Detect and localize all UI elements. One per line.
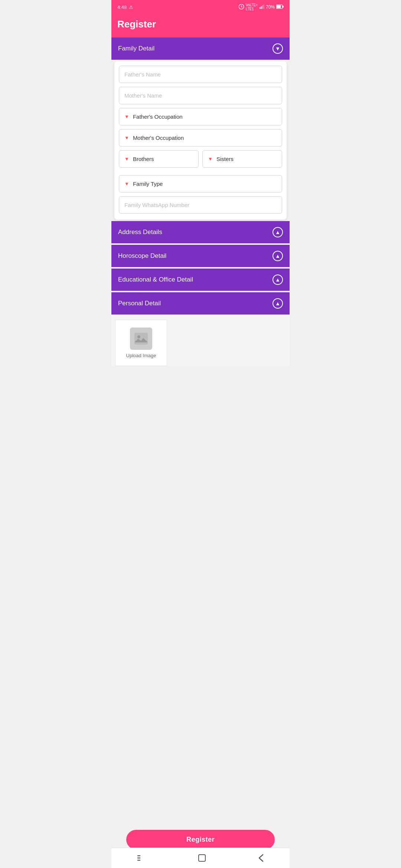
nav-back-button[interactable] bbox=[251, 852, 271, 864]
status-right: VoLTE+LTE1 70% bbox=[238, 3, 284, 11]
personal-detail-section-header[interactable]: Personal Detail ▲ bbox=[111, 292, 290, 315]
sisters-arrow-icon: ▼ bbox=[208, 156, 213, 162]
bottom-navigation bbox=[111, 848, 290, 868]
register-button-container: Register bbox=[111, 830, 290, 849]
address-details-toggle-icon[interactable]: ▲ bbox=[273, 227, 283, 237]
image-placeholder-icon bbox=[130, 328, 152, 350]
signal-icon bbox=[259, 4, 264, 10]
family-detail-section-header[interactable]: Family Detail ▼ bbox=[111, 37, 290, 60]
wifi-icon bbox=[238, 4, 244, 11]
fathers-occupation-dropdown[interactable]: ▼ Father's Occupation bbox=[119, 108, 282, 125]
family-detail-label: Family Detail bbox=[118, 45, 154, 52]
mothers-name-input[interactable] bbox=[119, 87, 282, 104]
svg-point-9 bbox=[137, 335, 140, 338]
upload-image-section: Upload Image bbox=[111, 315, 290, 366]
sisters-dropdown[interactable]: ▼ Sisters bbox=[202, 150, 282, 168]
status-bar: 4:48 ⚠ VoLTE+LTE1 70% bbox=[111, 0, 290, 14]
mothers-occupation-dropdown[interactable]: ▼ Mother's Occupation bbox=[119, 129, 282, 147]
family-type-dropdown[interactable]: ▼ Family Type bbox=[119, 175, 282, 193]
sections-list: Address Details ▲ Horoscope Detail ▲ Edu… bbox=[111, 221, 290, 315]
svg-rect-13 bbox=[199, 855, 205, 861]
brothers-label: Brothers bbox=[133, 156, 154, 162]
battery-icon bbox=[276, 4, 284, 10]
educational-office-section-header[interactable]: Educational & Office Detail ▲ bbox=[111, 269, 290, 291]
educational-office-toggle-icon[interactable]: ▲ bbox=[273, 274, 283, 285]
alert-icon: ⚠ bbox=[129, 4, 133, 10]
upload-image-button[interactable]: Upload Image bbox=[115, 320, 167, 366]
address-details-section-header[interactable]: Address Details ▲ bbox=[111, 221, 290, 243]
upload-image-label: Upload Image bbox=[126, 353, 156, 358]
nav-home-button[interactable] bbox=[190, 852, 213, 864]
mothers-occupation-arrow-icon: ▼ bbox=[124, 135, 129, 141]
personal-detail-toggle-icon[interactable]: ▲ bbox=[273, 298, 283, 309]
mothers-occupation-label: Mother's Occupation bbox=[133, 135, 184, 141]
family-whatsapp-input[interactable] bbox=[119, 196, 282, 214]
fathers-name-input[interactable] bbox=[119, 66, 282, 83]
family-detail-toggle-icon[interactable]: ▼ bbox=[273, 43, 283, 54]
fathers-occupation-label: Father's Occupation bbox=[133, 114, 183, 120]
brothers-arrow-icon: ▼ bbox=[124, 156, 129, 162]
educational-office-label: Educational & Office Detail bbox=[118, 276, 193, 283]
time: 4:48 bbox=[117, 4, 127, 10]
svg-rect-4 bbox=[264, 4, 264, 9]
horoscope-detail-section-header[interactable]: Horoscope Detail ▲ bbox=[111, 245, 290, 267]
page-title: Register bbox=[117, 19, 156, 30]
register-button[interactable]: Register bbox=[126, 830, 275, 849]
status-left: 4:48 ⚠ bbox=[117, 4, 133, 10]
horoscope-detail-label: Horoscope Detail bbox=[118, 252, 166, 260]
nav-menu-button[interactable] bbox=[130, 852, 153, 864]
brothers-sisters-row: ▼ Brothers ▼ Sisters bbox=[119, 150, 282, 171]
family-detail-form: ▼ Father's Occupation ▼ Mother's Occupat… bbox=[114, 61, 287, 220]
battery-percentage: 70% bbox=[266, 4, 275, 10]
brothers-dropdown[interactable]: ▼ Brothers bbox=[119, 150, 199, 168]
svg-rect-7 bbox=[277, 5, 281, 8]
family-type-arrow-icon: ▼ bbox=[124, 181, 129, 187]
fathers-occupation-arrow-icon: ▼ bbox=[124, 114, 129, 119]
svg-rect-1 bbox=[260, 7, 260, 9]
page-header: Register bbox=[111, 14, 290, 37]
svg-rect-8 bbox=[134, 333, 148, 345]
sisters-label: Sisters bbox=[216, 156, 234, 162]
svg-rect-2 bbox=[261, 6, 262, 9]
family-type-label: Family Type bbox=[133, 181, 163, 187]
personal-detail-label: Personal Detail bbox=[118, 300, 161, 307]
lte-indicator: VoLTE+LTE1 bbox=[246, 3, 258, 11]
svg-rect-3 bbox=[262, 5, 263, 9]
horoscope-detail-toggle-icon[interactable]: ▲ bbox=[273, 251, 283, 261]
svg-rect-6 bbox=[283, 6, 284, 7]
address-details-label: Address Details bbox=[118, 228, 162, 236]
